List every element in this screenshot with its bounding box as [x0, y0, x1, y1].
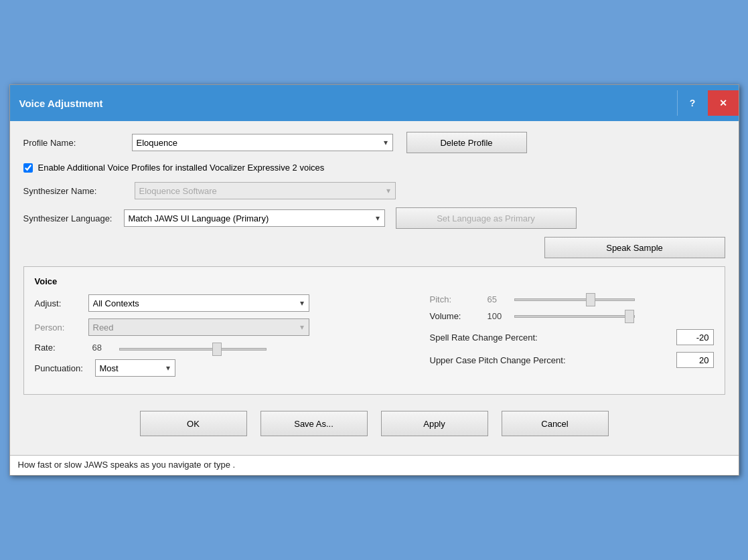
synth-language-select-wrapper: Match JAWS UI Language (Primary) [124, 209, 385, 227]
punctuation-row: Punctuation: Most None Some All [35, 359, 423, 377]
spell-rate-row: Spell Rate Change Percent: -20 [430, 329, 714, 345]
set-language-primary-button[interactable]: Set Language as Primary [396, 207, 577, 229]
synthesizer-language-select[interactable]: Match JAWS UI Language (Primary) [124, 209, 385, 227]
pitch-value: 65 [488, 294, 508, 304]
punctuation-select[interactable]: Most None Some All [95, 359, 175, 377]
adjust-select[interactable]: All Contexts [88, 294, 309, 312]
adjust-row: Adjust: All Contexts [35, 294, 423, 312]
enable-additional-profiles-checkbox[interactable] [23, 163, 33, 173]
upper-pitch-input[interactable]: 20 [676, 352, 714, 368]
bottom-buttons: OK Save As... Apply Cancel [23, 405, 725, 444]
volume-value: 100 [488, 311, 508, 321]
speak-sample-row: Speak Sample [23, 234, 725, 258]
enable-checkbox-row: Enable Additional Voice Profiles for ins… [23, 163, 725, 173]
title-bar-left: Voice Adjustment [19, 98, 103, 109]
dialog-body: Profile Name: Eloquence Delete Profile E… [10, 121, 739, 455]
title-bar: Voice Adjustment ? ✕ [10, 85, 739, 121]
rate-value: 68 [92, 343, 113, 353]
volume-label: Volume: [430, 311, 483, 321]
punctuation-select-wrapper: Most None Some All [95, 359, 175, 377]
dialog-title: Voice Adjustment [19, 98, 103, 109]
status-bar: How fast or slow JAWS speaks as you navi… [10, 455, 739, 475]
rate-row: Rate: 68 [35, 343, 423, 353]
person-select[interactable]: Reed [88, 318, 309, 336]
pitch-slider[interactable] [514, 298, 635, 301]
adjust-label: Adjust: [35, 298, 88, 308]
spell-rate-input[interactable]: -20 [676, 329, 714, 345]
title-bar-buttons: ? ✕ [677, 90, 739, 116]
synthesizer-name-label: Synthesizer Name: [23, 186, 124, 196]
punctuation-label: Punctuation: [35, 363, 88, 373]
person-row: Person: Reed [35, 318, 423, 336]
voice-left-column: Adjust: All Contexts Person: Reed [35, 294, 423, 383]
spell-rate-label: Spell Rate Change Percent: [430, 333, 670, 343]
synthesizer-name-row: Synthesizer Name: Eloquence Software [23, 182, 725, 199]
upper-pitch-label: Upper Case Pitch Change Percent: [430, 355, 670, 365]
close-button[interactable]: ✕ [708, 90, 739, 116]
profile-name-row: Profile Name: Eloquence Delete Profile [23, 132, 725, 153]
ok-button[interactable]: OK [140, 411, 247, 436]
voice-section-label: Voice [35, 276, 714, 286]
person-label: Person: [35, 322, 88, 333]
profile-name-label: Profile Name: [23, 138, 124, 148]
apply-button[interactable]: Apply [381, 411, 488, 436]
cancel-button[interactable]: Cancel [502, 411, 609, 436]
volume-row: Volume: 100 [430, 311, 714, 321]
save-as-button[interactable]: Save As... [260, 411, 368, 436]
synth-name-select-wrapper: Eloquence Software [135, 182, 396, 199]
synthesizer-language-label: Synthesizer Language: [23, 213, 124, 223]
profile-name-select[interactable]: Eloquence [132, 134, 393, 151]
voice-grid: Adjust: All Contexts Person: Reed [35, 294, 714, 383]
help-button[interactable]: ? [677, 90, 708, 116]
dialog-voice-adjustment: Voice Adjustment ? ✕ Profile Name: Eloqu… [9, 84, 739, 476]
adjust-select-wrapper: All Contexts [88, 294, 309, 312]
synthesizer-language-row: Synthesizer Language: Match JAWS UI Lang… [23, 207, 725, 229]
upper-pitch-row: Upper Case Pitch Change Percent: 20 [430, 352, 714, 368]
rate-slider[interactable] [119, 348, 267, 351]
pitch-label: Pitch: [430, 294, 483, 304]
voice-section: Voice Adjust: All Contexts [23, 266, 725, 395]
delete-profile-button[interactable]: Delete Profile [406, 132, 527, 153]
rate-label: Rate: [35, 343, 88, 353]
volume-slider[interactable] [514, 315, 635, 318]
voice-right-column: Pitch: 65 Volume: 100 Spell Rate Change … [423, 294, 714, 383]
speak-sample-button[interactable]: Speak Sample [544, 237, 725, 258]
synthesizer-name-select[interactable]: Eloquence Software [135, 182, 396, 199]
enable-additional-profiles-label: Enable Additional Voice Profiles for ins… [38, 163, 325, 173]
profile-name-select-wrapper: Eloquence [132, 134, 393, 151]
status-text: How fast or slow JAWS speaks as you navi… [18, 460, 236, 470]
pitch-row: Pitch: 65 [430, 294, 714, 304]
person-select-wrapper: Reed [88, 318, 309, 336]
